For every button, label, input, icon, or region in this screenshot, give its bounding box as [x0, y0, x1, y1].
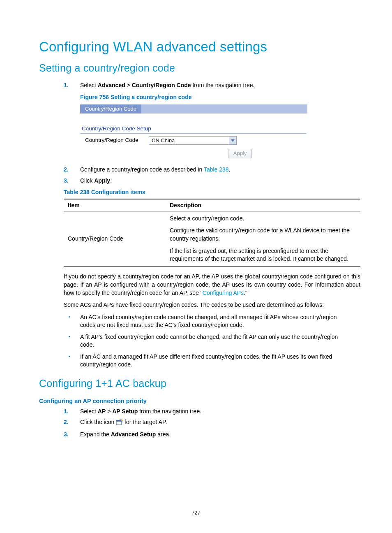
list-item: An AC's fixed country/region code cannot…: [39, 313, 353, 329]
body-paragraph: If you do not specify a country/region c…: [64, 273, 360, 297]
step-text: Click the icon for the target AP.: [80, 419, 167, 425]
table-cell-item: Country/Region Code: [64, 211, 166, 266]
dropdown-value: CN China: [152, 137, 175, 144]
step-number: 2.: [64, 166, 69, 174]
step-text: Click Apply.: [80, 177, 112, 184]
table-caption: Table 238 Configuration items: [64, 189, 353, 195]
subsection-heading: Configuring an AP connection priority: [39, 398, 353, 404]
configuring-aps-link[interactable]: Configuring APs: [203, 290, 244, 296]
figure-screenshot: Country/Region Code Country/Region Code …: [80, 104, 307, 158]
config-table: Item Description Country/Region Code Sel…: [64, 199, 360, 267]
page-title: Configuring WLAN advanced settings: [39, 39, 353, 55]
table-cell-desc: Select a country/region code. Configure …: [166, 211, 360, 266]
step-item: 2. Click the icon for the target AP.: [39, 418, 353, 427]
table-header-item: Item: [64, 199, 166, 211]
step-item: 3. Expand the Advanced Setup area.: [39, 431, 353, 438]
step-item: 3. Click Apply.: [39, 177, 353, 185]
step-number: 1.: [64, 81, 69, 89]
field-label: Country/Region Code: [85, 137, 149, 144]
step-number: 3.: [64, 177, 69, 185]
step-text: Configure a country/region code as descr…: [80, 166, 231, 173]
step-number: 1.: [64, 408, 69, 415]
step-item: 1. Select AP > AP Setup from the navigat…: [39, 408, 353, 415]
svg-rect-1: [116, 420, 122, 422]
body-paragraph: Some ACs and APs have fixed country/regi…: [64, 301, 360, 309]
step-text: Select AP > AP Setup from the navigation…: [80, 408, 201, 415]
section-heading-country: Setting a country/region code: [39, 62, 353, 74]
table-link[interactable]: Table 238: [204, 166, 229, 173]
step-item: 1. Select Advanced > Country/Region Code…: [39, 81, 353, 158]
step-item: 2. Configure a country/region code as de…: [39, 166, 353, 174]
step-number: 3.: [64, 431, 69, 438]
page-number: 727: [0, 510, 392, 516]
step-number: 2.: [64, 418, 69, 426]
chevron-down-icon[interactable]: [229, 137, 236, 144]
step-text: Select Advanced > Country/Region Code fr…: [80, 82, 254, 88]
edit-icon: [116, 419, 123, 427]
setup-section-title: Country/Region Code Setup: [82, 125, 307, 132]
table-header-desc: Description: [166, 199, 360, 211]
apply-button[interactable]: Apply: [228, 149, 252, 158]
figure-caption: Figure 756 Setting a country/region code: [80, 93, 353, 101]
section-heading-backup: Configuring 1+1 AC backup: [39, 378, 353, 389]
list-item: If an AC and a managed fit AP use differ…: [39, 353, 353, 368]
country-code-dropdown[interactable]: CN China: [149, 136, 237, 145]
tab-country-region[interactable]: Country/Region Code: [80, 104, 141, 114]
list-item: A fit AP's fixed country/region code can…: [39, 333, 353, 349]
table-row: Country/Region Code Select a country/reg…: [64, 211, 360, 266]
step-text: Expand the Advanced Setup area.: [80, 431, 171, 438]
